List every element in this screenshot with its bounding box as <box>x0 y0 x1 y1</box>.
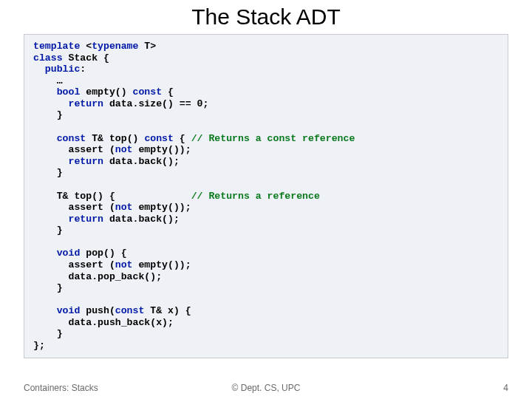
code-text: pop() { <box>80 248 126 259</box>
kw-bool: bool <box>33 86 80 98</box>
code-text: data.pop_back(); <box>33 271 162 282</box>
kw-void: void <box>33 305 80 316</box>
kw-const: const <box>133 86 163 98</box>
code-text: assert ( <box>33 259 115 270</box>
code-text: T& top() <box>86 133 144 144</box>
kw-typename: typename <box>92 41 138 52</box>
code-text: < <box>80 41 92 52</box>
kw-not: not <box>115 202 133 213</box>
kw-return: return <box>33 98 103 109</box>
slide-title: The Stack ADT <box>0 0 532 34</box>
kw-public: public <box>33 64 80 75</box>
code-text: data.back(); <box>103 156 180 167</box>
kw-return: return <box>33 214 103 225</box>
code-text: : <box>80 64 86 75</box>
kw-class: class <box>33 52 63 64</box>
code-text: assert ( <box>33 202 115 213</box>
kw-template: template <box>33 41 80 52</box>
kw-const: const <box>115 305 145 316</box>
comment: // Returns a const reference <box>191 133 355 144</box>
code-text: } <box>33 109 63 120</box>
kw-not: not <box>115 144 133 155</box>
code-text: } <box>33 167 63 178</box>
code-text: … <box>33 75 63 86</box>
code-text: } <box>33 328 63 339</box>
code-text: push( <box>80 305 115 316</box>
kw-void: void <box>33 248 80 259</box>
code-text: data.push_back(x); <box>33 317 174 328</box>
kw-const: const <box>144 133 174 144</box>
footer-left: Containers: Stacks <box>24 383 98 393</box>
code-text: { <box>162 86 174 98</box>
kw-const: const <box>33 133 86 144</box>
code-text: empty()); <box>133 144 191 155</box>
code-text: data.back(); <box>103 214 180 225</box>
kw-not: not <box>115 259 133 270</box>
code-block: template <typename T> class Stack { publ… <box>24 34 508 358</box>
code-text: } <box>33 282 63 293</box>
code-text: T& x) { <box>144 305 191 316</box>
code-text: empty() <box>80 86 132 98</box>
code-text: data.size() == 0; <box>103 98 208 109</box>
code-text: { <box>174 133 191 144</box>
comment: // Returns a reference <box>191 191 320 202</box>
code-text: empty()); <box>133 202 191 213</box>
code-text: } <box>33 225 63 236</box>
kw-return: return <box>33 156 103 167</box>
code-text: empty()); <box>133 259 191 270</box>
code-text: Stack { <box>63 52 109 64</box>
code-text: T& top() { <box>33 191 191 202</box>
footer: Containers: Stacks © Dept. CS, UPC 4 <box>0 383 532 393</box>
footer-page-number: 4 <box>503 383 508 393</box>
code-text: T> <box>138 41 156 52</box>
code-text: }; <box>33 340 45 351</box>
code-text: assert ( <box>33 144 115 155</box>
